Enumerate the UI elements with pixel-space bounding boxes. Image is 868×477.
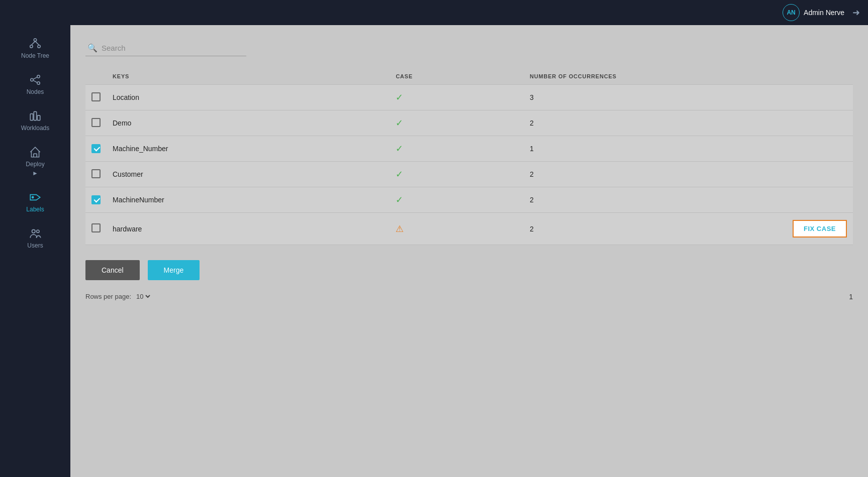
svg-point-1: [30, 45, 33, 48]
search-input[interactable]: [102, 44, 244, 52]
row-case: ✓: [390, 187, 524, 213]
row-action: [747, 85, 853, 110]
row-key: hardware: [107, 213, 390, 245]
user-menu[interactable]: AN Admin Nerve ➜: [783, 4, 860, 21]
logout-icon[interactable]: ➜: [852, 7, 860, 18]
rows-per-page-select[interactable]: 10 25 50: [134, 292, 152, 301]
row-key: Customer: [107, 162, 390, 187]
sidebar-item-deploy[interactable]: Deploy ►: [0, 139, 70, 184]
sidebar-label-node-tree: Node Tree: [21, 52, 49, 59]
row-case: ⚠: [390, 213, 524, 245]
table: KEYS CASE NUMBER OF OCCURRENCES Location…: [85, 68, 853, 245]
users-icon: [29, 227, 42, 240]
cancel-button[interactable]: Cancel: [85, 260, 140, 280]
row-checkbox[interactable]: [91, 144, 101, 153]
header-checkbox-col: [85, 68, 107, 85]
row-checkbox[interactable]: [91, 118, 101, 127]
avatar: AN: [783, 4, 800, 21]
row-checkbox[interactable]: [91, 169, 101, 178]
row-occurrences: 1: [524, 136, 747, 162]
check-icon: ✓: [396, 169, 403, 179]
main-content: 🔍 KEYS CASE NUMBER OF OCCURRENCES Locati…: [70, 25, 868, 477]
sidebar-item-nodes[interactable]: Nodes: [0, 66, 70, 102]
row-checkbox[interactable]: [91, 92, 101, 101]
sidebar-label-nodes: Nodes: [27, 88, 44, 95]
warning-icon: ⚠: [396, 224, 404, 234]
sidebar-item-labels[interactable]: Labels: [0, 184, 70, 220]
svg-point-18: [37, 230, 39, 232]
labels-icon: [29, 191, 42, 204]
svg-line-3: [31, 41, 35, 45]
row-key: Demo: [107, 110, 390, 136]
workloads-icon: [29, 109, 42, 123]
fix-case-button[interactable]: FIX CASE: [793, 220, 847, 237]
nav-menu: Node Tree Nodes Workloads: [0, 25, 70, 256]
sidebar: ☰ nerve Node Tree Nodes: [0, 0, 70, 477]
table-row: hardware⚠2FIX CASE: [85, 213, 853, 245]
sidebar-item-workloads[interactable]: Workloads: [0, 102, 70, 139]
row-occurrences: 2: [524, 187, 747, 213]
svg-point-6: [37, 75, 40, 78]
search-icon: 🔍: [87, 43, 98, 53]
table-header: KEYS CASE NUMBER OF OCCURRENCES: [85, 68, 853, 85]
header-occurrences: NUMBER OF OCCURRENCES: [524, 68, 747, 85]
svg-point-0: [34, 39, 36, 41]
svg-point-17: [32, 229, 36, 233]
merge-button[interactable]: Merge: [148, 260, 200, 280]
labels-table: KEYS CASE NUMBER OF OCCURRENCES Location…: [85, 68, 853, 245]
row-case: ✓: [390, 110, 524, 136]
table-row: Location✓3: [85, 85, 853, 110]
row-action: FIX CASE: [747, 213, 853, 245]
svg-point-2: [38, 45, 40, 48]
row-action: [747, 187, 853, 213]
deploy-icon: [29, 146, 42, 159]
check-icon: ✓: [396, 144, 403, 154]
sidebar-item-node-tree[interactable]: Node Tree: [0, 30, 70, 66]
table-row: MachineNumber✓2: [85, 187, 853, 213]
deploy-arrow-icon: ►: [32, 170, 38, 177]
svg-point-5: [31, 78, 33, 81]
row-action: [747, 162, 853, 187]
row-occurrences: 2: [524, 162, 747, 187]
row-occurrences: 3: [524, 85, 747, 110]
rows-per-page: Rows per page: 10 25 50: [85, 292, 152, 301]
user-name: Admin Nerve: [804, 9, 844, 17]
svg-point-7: [37, 82, 40, 84]
table-body: Location✓3Demo✓2Machine_Number✓1Customer…: [85, 85, 853, 245]
row-case: ✓: [390, 162, 524, 187]
row-action: [747, 110, 853, 136]
svg-rect-10: [30, 114, 33, 121]
svg-line-9: [33, 80, 37, 82]
header-keys: KEYS: [107, 68, 390, 85]
row-occurrences: 2: [524, 213, 747, 245]
action-buttons: Cancel Merge: [85, 260, 853, 280]
svg-line-4: [35, 41, 39, 45]
row-key: Location: [107, 85, 390, 110]
row-checkbox[interactable]: [91, 195, 101, 204]
table-footer: Rows per page: 10 25 50 1: [85, 292, 853, 301]
header-action: [747, 68, 853, 85]
table-row: Machine_Number✓1: [85, 136, 853, 162]
row-case: ✓: [390, 85, 524, 110]
check-icon: ✓: [396, 118, 403, 128]
check-icon: ✓: [396, 92, 403, 102]
header: AN Admin Nerve ➜: [0, 0, 868, 25]
search-bar[interactable]: 🔍: [85, 40, 246, 56]
rows-per-page-label: Rows per page:: [85, 293, 131, 300]
sidebar-label-labels: Labels: [26, 206, 44, 213]
row-key: MachineNumber: [107, 187, 390, 213]
table-row: Demo✓2: [85, 110, 853, 136]
svg-rect-11: [34, 111, 36, 120]
svg-rect-12: [37, 115, 40, 121]
header-case: CASE: [390, 68, 524, 85]
check-icon: ✓: [396, 195, 403, 205]
svg-line-8: [33, 77, 37, 79]
sidebar-label-deploy: Deploy: [26, 161, 44, 168]
page-number: 1: [849, 293, 853, 301]
table-row: Customer✓2: [85, 162, 853, 187]
sidebar-label-users: Users: [27, 242, 43, 249]
row-checkbox[interactable]: [91, 223, 101, 232]
sidebar-item-users[interactable]: Users: [0, 220, 70, 256]
nodes-icon: [29, 73, 42, 86]
node-tree-icon: [29, 37, 42, 50]
